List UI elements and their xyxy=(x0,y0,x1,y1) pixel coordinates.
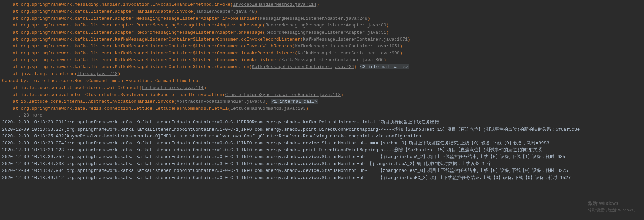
log-line: 2020-12-09 10:13:33.227[org.springframew… xyxy=(2,126,642,133)
stack-frame: at io.lettuce.core.internal.AbstractInvo… xyxy=(2,98,642,105)
paren-open: ( xyxy=(193,9,196,14)
paren-close: ) xyxy=(316,2,319,7)
log-line: 2020-12-09 10:13:30.091[org.springframew… xyxy=(2,119,642,126)
package-method: org.springframework.kafka.listener.adapt… xyxy=(21,23,263,28)
stack-frame: at io.lettuce.core.cluster.ClusterFuture… xyxy=(2,91,642,98)
at-keyword: at xyxy=(2,85,21,90)
stack-frame: at org.springframework.kafka.listener.Ka… xyxy=(2,50,642,57)
caused-by-line: Caused by: io.lettuce.core.RedisCommandT… xyxy=(2,78,642,85)
paren-open: ( xyxy=(174,99,177,104)
package-method: java.lang.Thread.run xyxy=(21,71,75,76)
package-method: io.lettuce.core.cluster.ClusterFutureSyn… xyxy=(21,92,222,97)
log-line: 2020-12-09 10:13:39.759[org.springframew… xyxy=(2,154,642,161)
at-keyword: at xyxy=(2,92,21,97)
paren-open: ( xyxy=(139,85,142,90)
log-line: 2020-12-09 10:13:35.432[AsyncResolver-bo… xyxy=(2,133,642,140)
log-output: at org.springframework.messaging.handler… xyxy=(2,1,642,182)
at-keyword: at xyxy=(2,16,21,21)
package-method: org.springframework.kafka.listener.Kafka… xyxy=(21,57,279,63)
paren-close: ) xyxy=(306,106,309,111)
paren-open: ( xyxy=(228,106,230,111)
stack-frame: at org.springframework.kafka.listener.Ka… xyxy=(2,43,642,50)
at-keyword: at xyxy=(2,64,21,69)
at-keyword: at xyxy=(2,51,21,56)
paren-close: ) xyxy=(266,99,268,104)
log-line: 2020-12-09 10:13:47.984[org.springframew… xyxy=(2,167,642,174)
package-method: org.springframework.messaging.handler.in… xyxy=(21,2,231,7)
stack-frame: at org.springframework.kafka.listener.ad… xyxy=(2,29,642,36)
internal-calls-badge[interactable]: <1 internal call> xyxy=(271,99,318,104)
caused-by-text: Caused by: io.lettuce.core.RedisCommandT… xyxy=(2,78,201,84)
at-keyword: at xyxy=(2,44,21,49)
source-link[interactable]: KafkaMessageListenerContainer.java:1071 xyxy=(303,37,408,42)
paren-open: ( xyxy=(300,37,303,42)
paren-close: ) xyxy=(386,30,389,35)
paren-close: ) xyxy=(408,37,411,42)
paren-open: ( xyxy=(295,51,298,56)
source-link[interactable]: HandlerAdapter.java:48 xyxy=(196,9,255,14)
paren-close: ) xyxy=(341,92,343,97)
package-method: org.springframework.kafka.listener.adapt… xyxy=(21,16,258,21)
at-keyword: at xyxy=(2,30,21,35)
paren-close: ) xyxy=(367,16,370,21)
stack-frame: at io.lettuce.core.LettuceFutures.awaitO… xyxy=(2,85,642,91)
package-method: io.lettuce.core.LettuceFutures.awaitOrCa… xyxy=(21,85,139,90)
source-link[interactable]: Thread.java:748 xyxy=(77,71,117,76)
package-method: org.springframework.kafka.listener.Kafka… xyxy=(21,51,295,56)
at-keyword: at xyxy=(2,106,21,111)
log-line: 2020-12-09 10:13:49.512[org.springframew… xyxy=(2,175,642,182)
source-link[interactable]: LettuceFutures.java:114 xyxy=(142,85,204,90)
source-link[interactable]: ClusterFutureSyncInvocationHandler.java:… xyxy=(225,92,341,97)
at-keyword: at xyxy=(2,2,21,7)
package-method: io.lettuce.core.internal.AbstractInvocat… xyxy=(21,99,174,104)
package-method: org.springframework.kafka.listener.Kafka… xyxy=(21,37,300,42)
stack-frame: at org.springframework.kafka.listener.ad… xyxy=(2,15,642,22)
paren-close: ) xyxy=(400,44,403,49)
stack-frame: at org.springframework.kafka.listener.ad… xyxy=(2,22,642,29)
source-link[interactable]: LettuceHashCommands.java:193 xyxy=(230,106,305,111)
paren-close: ) xyxy=(117,71,120,76)
source-link[interactable]: KafkaMessageListenerContainer.java:866 xyxy=(281,57,383,63)
stack-frame: at org.springframework.kafka.listener.Ka… xyxy=(2,36,642,43)
package-method: org.springframework.kafka.listener.adapt… xyxy=(21,30,263,35)
paren-open: ( xyxy=(230,2,233,7)
at-keyword: at xyxy=(2,23,21,28)
more-frames[interactable]: ... 28 more xyxy=(2,112,642,119)
paren-close: ) xyxy=(204,85,206,90)
paren-close: ) xyxy=(400,51,403,56)
paren-open: ( xyxy=(257,16,260,21)
at-keyword: at xyxy=(2,71,21,76)
paren-close: ) xyxy=(384,57,386,63)
package-method: org.springframework.data.redis.connectio… xyxy=(21,106,228,111)
source-link[interactable]: KafkaMessageListenerContainer.java:1051 xyxy=(295,44,399,49)
source-link[interactable]: InvocableHandlerMethod.java:114 xyxy=(233,2,316,7)
source-link[interactable]: RecordMessagingMessageListenerAdapter.ja… xyxy=(266,30,386,35)
paren-close: ) xyxy=(386,23,389,28)
paren-open: ( xyxy=(249,64,252,69)
package-method: org.springframework.kafka.listener.Kafka… xyxy=(21,64,249,69)
paren-open: ( xyxy=(263,30,266,35)
source-link[interactable]: KafkaMessageListenerContainer.java:724 xyxy=(252,64,354,69)
stack-frame: at org.springframework.data.redis.connec… xyxy=(2,105,642,112)
paren-open: ( xyxy=(222,92,225,97)
log-line: 2020-12-09 10:13:39.323[org.springframew… xyxy=(2,147,642,154)
paren-close: ) xyxy=(255,9,257,14)
package-method: org.springframework.kafka.listener.Kafka… xyxy=(21,44,292,49)
source-link[interactable]: RecordMessagingMessageListenerAdapter.ja… xyxy=(266,23,386,28)
source-link[interactable]: AbstractInvocationHandler.java:80 xyxy=(177,99,265,104)
stack-frame: at org.springframework.kafka.listener.Ka… xyxy=(2,57,642,64)
at-keyword: at xyxy=(2,99,21,104)
stack-frame: at java.lang.Thread.run(Thread.java:748) xyxy=(2,70,642,77)
paren-open: ( xyxy=(263,23,266,28)
log-line: 2020-12-09 10:13:39.074[org.springframew… xyxy=(2,140,642,147)
at-keyword: at xyxy=(2,57,21,63)
log-line: 2020-12-09 10:13:44.038[org.springframew… xyxy=(2,161,642,167)
stack-frame: at org.springframework.kafka.listener.ad… xyxy=(2,8,642,15)
stack-frame: at org.springframework.messaging.handler… xyxy=(2,1,642,8)
package-method: org.springframework.kafka.listener.adapt… xyxy=(21,9,193,14)
source-link[interactable]: KafkaMessageListenerContainer.java:998 xyxy=(298,51,399,56)
source-link[interactable]: MessagingMessageListenerAdapter.java:248 xyxy=(260,16,367,21)
stack-frame: at org.springframework.kafka.listener.Ka… xyxy=(2,64,642,70)
at-keyword: at xyxy=(2,37,21,42)
internal-calls-badge[interactable]: <3 internal calls> xyxy=(360,64,409,69)
